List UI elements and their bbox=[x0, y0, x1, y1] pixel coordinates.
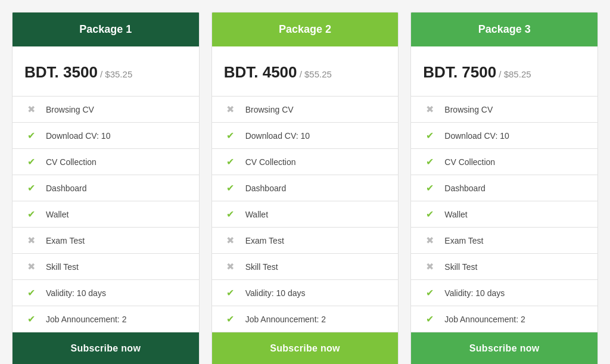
feature-list-1: ✖Browsing CV✔Download CV: 10✔CV Collecti… bbox=[13, 97, 199, 332]
check-icon: ✔ bbox=[24, 287, 38, 298]
feature-label-3-2: Download CV: 10 bbox=[444, 131, 509, 141]
cross-icon: ✖ bbox=[423, 104, 436, 115]
check-icon: ✔ bbox=[224, 182, 237, 194]
feature-label-1-5: Wallet bbox=[46, 210, 69, 219]
feature-label-1-6: Exam Test bbox=[46, 236, 85, 245]
feature-item-3-2: ✔Download CV: 10 bbox=[411, 123, 597, 149]
cross-icon: ✖ bbox=[224, 104, 237, 115]
feature-label-3-8: Validity: 10 days bbox=[444, 288, 505, 298]
package-card-2: Package 2BDT. 4500 / $55.25✖Browsing CV✔… bbox=[211, 12, 399, 364]
feature-label-1-2: Download CV: 10 bbox=[46, 131, 110, 141]
check-icon: ✔ bbox=[423, 156, 436, 167]
check-icon: ✔ bbox=[423, 130, 436, 141]
feature-label-1-1: Browsing CV bbox=[46, 105, 94, 114]
feature-label-1-4: Dashboard bbox=[46, 183, 87, 193]
feature-item-3-6: ✖Exam Test bbox=[411, 228, 597, 254]
feature-item-2-7: ✖Skill Test bbox=[212, 254, 399, 280]
feature-label-2-2: Download CV: 10 bbox=[245, 131, 310, 141]
check-icon: ✔ bbox=[423, 209, 436, 220]
price-secondary-2: / $55.25 bbox=[297, 69, 332, 79]
feature-list-3: ✖Browsing CV✔Download CV: 10✔CV Collecti… bbox=[411, 97, 597, 332]
feature-item-2-3: ✔CV Collection bbox=[212, 149, 399, 175]
feature-item-1-7: ✖Skill Test bbox=[13, 254, 199, 280]
price-main-2: BDT. 4500 bbox=[224, 63, 297, 81]
subscribe-button-3[interactable]: Subscribe now bbox=[411, 332, 597, 364]
feature-label-3-4: Dashboard bbox=[444, 183, 485, 193]
check-icon: ✔ bbox=[24, 156, 38, 167]
feature-item-3-3: ✔CV Collection bbox=[411, 149, 597, 175]
feature-item-1-1: ✖Browsing CV bbox=[13, 97, 199, 123]
feature-item-3-7: ✖Skill Test bbox=[411, 254, 597, 280]
check-icon: ✔ bbox=[24, 182, 38, 194]
feature-label-1-3: CV Collection bbox=[46, 157, 97, 167]
feature-item-1-3: ✔CV Collection bbox=[13, 149, 199, 175]
check-icon: ✔ bbox=[224, 130, 237, 141]
feature-label-3-3: CV Collection bbox=[444, 157, 495, 167]
feature-item-2-9: ✔Job Announcement: 2 bbox=[212, 306, 399, 332]
cross-icon: ✖ bbox=[24, 235, 38, 246]
feature-label-3-5: Wallet bbox=[444, 210, 467, 219]
check-icon: ✔ bbox=[24, 313, 38, 325]
subscribe-button-1[interactable]: Subscribe now bbox=[13, 332, 199, 364]
cross-icon: ✖ bbox=[423, 235, 436, 246]
feature-label-1-9: Job Announcement: 2 bbox=[46, 315, 126, 324]
cross-icon: ✖ bbox=[423, 261, 436, 272]
cross-icon: ✖ bbox=[24, 104, 38, 115]
package-header-1: Package 1 bbox=[13, 13, 199, 46]
feature-item-3-4: ✔Dashboard bbox=[411, 175, 597, 201]
check-icon: ✔ bbox=[423, 182, 436, 194]
pricing-container: Package 1BDT. 3500 / $35.25✖Browsing CV✔… bbox=[12, 12, 598, 364]
feature-label-3-7: Skill Test bbox=[444, 262, 477, 272]
package-header-3: Package 3 bbox=[411, 13, 597, 46]
feature-label-3-6: Exam Test bbox=[444, 236, 483, 245]
feature-item-3-9: ✔Job Announcement: 2 bbox=[411, 306, 597, 332]
feature-item-2-8: ✔Validity: 10 days bbox=[212, 280, 399, 306]
package-card-1: Package 1BDT. 3500 / $35.25✖Browsing CV✔… bbox=[12, 12, 200, 364]
price-main-3: BDT. 7500 bbox=[423, 63, 496, 81]
package-price-3: BDT. 7500 / $85.25 bbox=[411, 46, 597, 97]
feature-label-2-9: Job Announcement: 2 bbox=[245, 315, 326, 324]
package-price-1: BDT. 3500 / $35.25 bbox=[13, 46, 199, 97]
feature-item-2-4: ✔Dashboard bbox=[212, 175, 399, 201]
feature-list-2: ✖Browsing CV✔Download CV: 10✔CV Collecti… bbox=[212, 97, 399, 332]
check-icon: ✔ bbox=[24, 130, 38, 141]
feature-item-2-5: ✔Wallet bbox=[212, 201, 399, 228]
check-icon: ✔ bbox=[224, 209, 237, 220]
cross-icon: ✖ bbox=[224, 261, 237, 272]
cross-icon: ✖ bbox=[24, 261, 38, 272]
feature-item-2-1: ✖Browsing CV bbox=[212, 97, 399, 123]
feature-label-2-6: Exam Test bbox=[245, 236, 284, 245]
check-icon: ✔ bbox=[224, 156, 237, 167]
price-secondary-3: / $85.25 bbox=[496, 69, 531, 79]
check-icon: ✔ bbox=[24, 209, 38, 220]
check-icon: ✔ bbox=[423, 287, 436, 298]
feature-item-1-6: ✖Exam Test bbox=[13, 228, 199, 254]
price-secondary-1: / $35.25 bbox=[98, 69, 132, 79]
feature-label-1-8: Validity: 10 days bbox=[46, 288, 106, 298]
package-header-2: Package 2 bbox=[212, 13, 399, 46]
feature-item-3-5: ✔Wallet bbox=[411, 201, 597, 228]
feature-item-2-6: ✖Exam Test bbox=[212, 228, 399, 254]
feature-label-2-5: Wallet bbox=[245, 210, 268, 219]
feature-label-2-8: Validity: 10 days bbox=[245, 288, 306, 298]
feature-item-1-2: ✔Download CV: 10 bbox=[13, 123, 199, 149]
feature-label-2-3: CV Collection bbox=[245, 157, 296, 167]
subscribe-button-2[interactable]: Subscribe now bbox=[212, 332, 399, 364]
feature-label-2-4: Dashboard bbox=[245, 183, 287, 193]
feature-item-2-2: ✔Download CV: 10 bbox=[212, 123, 399, 149]
check-icon: ✔ bbox=[423, 313, 436, 325]
feature-item-1-9: ✔Job Announcement: 2 bbox=[13, 306, 199, 332]
feature-label-3-9: Job Announcement: 2 bbox=[444, 315, 525, 324]
package-price-2: BDT. 4500 / $55.25 bbox=[212, 46, 399, 97]
cross-icon: ✖ bbox=[224, 235, 237, 246]
feature-label-2-7: Skill Test bbox=[245, 262, 278, 272]
feature-item-1-4: ✔Dashboard bbox=[13, 175, 199, 201]
feature-label-3-1: Browsing CV bbox=[444, 105, 493, 114]
price-main-1: BDT. 3500 bbox=[24, 63, 98, 81]
check-icon: ✔ bbox=[224, 287, 237, 298]
feature-item-1-5: ✔Wallet bbox=[13, 201, 199, 228]
check-icon: ✔ bbox=[224, 313, 237, 325]
feature-label-1-7: Skill Test bbox=[46, 262, 79, 272]
feature-item-1-8: ✔Validity: 10 days bbox=[13, 280, 199, 306]
feature-item-3-8: ✔Validity: 10 days bbox=[411, 280, 597, 306]
